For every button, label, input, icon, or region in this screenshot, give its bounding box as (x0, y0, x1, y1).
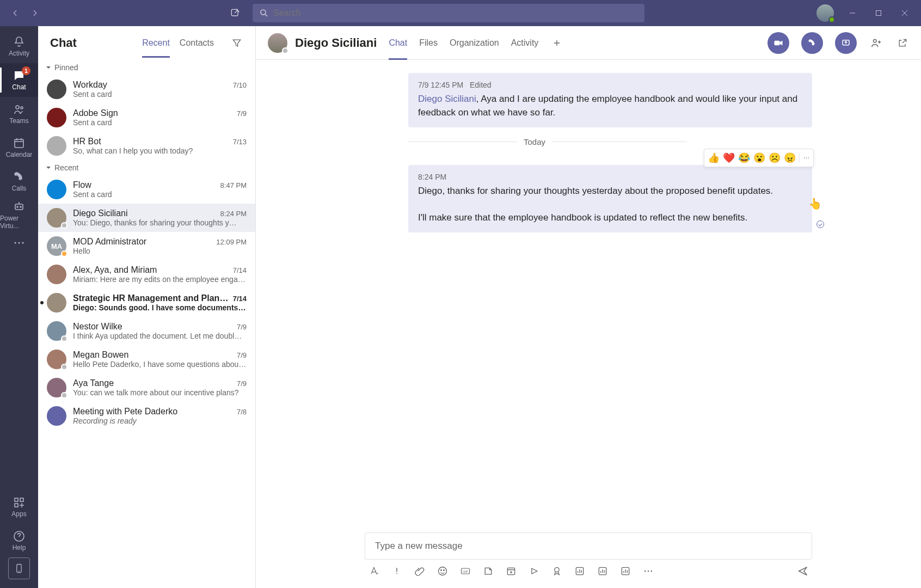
poll-button-2[interactable] (597, 565, 609, 577)
praise-button[interactable] (551, 565, 563, 577)
presence-icon (61, 222, 67, 229)
search-box[interactable] (253, 4, 644, 22)
priority-button[interactable] (391, 565, 403, 577)
reaction-sad[interactable]: ☹️ (769, 151, 781, 165)
rail-mobile-button[interactable] (8, 558, 30, 579)
chat-filter-button[interactable] (230, 36, 243, 50)
rail-chat[interactable]: 1 Chat (0, 63, 38, 97)
conversation-tab-organization[interactable]: Organization (450, 34, 499, 52)
format-button[interactable] (368, 565, 380, 577)
conversation-tab-activity[interactable]: Activity (511, 34, 539, 52)
chat-list-item[interactable]: Aya Tange7/9You: can we talk more about … (38, 373, 255, 402)
chat-list-item[interactable]: Adobe Sign7/9Sent a card (38, 103, 255, 132)
screen-share-button[interactable] (835, 32, 857, 54)
window-maximize-button[interactable] (871, 5, 886, 21)
apps-grid-icon (13, 496, 26, 509)
chat-section-pinned[interactable]: Pinned (38, 60, 255, 75)
reaction-angry[interactable]: 😠 (784, 151, 796, 165)
section-label: Pinned (54, 63, 78, 72)
schedule-meeting-button[interactable] (505, 565, 517, 577)
message-bubble[interactable]: 7/9 12:45 PM Edited Diego Siciliani, Aya… (408, 73, 812, 127)
reaction-surprised[interactable]: 😮 (753, 151, 765, 165)
message-bubble[interactable]: 👍 ❤️ 😂 😮 ☹️ 😠 8:24 PM Diego, thanks for … (408, 165, 812, 232)
rail-label: Calendar (6, 151, 33, 158)
add-tab-button[interactable] (550, 36, 563, 50)
chat-list-tab-contacts[interactable]: Contacts (180, 35, 214, 51)
window-minimize-button[interactable] (845, 5, 860, 21)
audio-call-button[interactable] (801, 32, 823, 54)
presence-icon (61, 392, 67, 399)
emoji-button[interactable] (437, 565, 449, 577)
chat-item-avatar (47, 406, 66, 426)
chat-list-item[interactable]: HR Bot7/13So, what can I help you with t… (38, 132, 255, 160)
svg-point-24 (441, 570, 442, 571)
mention-link[interactable]: Diego Siciliani (418, 94, 476, 104)
chat-item-avatar (47, 378, 66, 397)
message-composer[interactable]: Type a new message (365, 532, 812, 560)
rail-teams[interactable]: Teams (0, 97, 38, 131)
svg-rect-2 (876, 11, 881, 16)
svg-point-4 (21, 107, 23, 109)
chat-list-item[interactable]: MAMOD Administrator12:09 PMHello (38, 232, 255, 260)
chat-item-preview: You: can we talk more about our incentiv… (73, 388, 247, 397)
rail-calls[interactable]: Calls (0, 164, 38, 198)
composer-more-button[interactable] (642, 565, 654, 577)
search-input[interactable] (273, 8, 638, 18)
pop-out-button[interactable] (896, 36, 909, 50)
message-text: I'll make sure that the employee handboo… (418, 211, 802, 225)
chat-item-avatar: MA (47, 236, 66, 256)
svg-point-3 (16, 106, 19, 109)
chat-list-item[interactable]: Meeting with Pete Daderko7/8Recording is… (38, 402, 255, 430)
conversation-tab-files[interactable]: Files (419, 34, 438, 52)
message-meta: 8:24 PM (418, 171, 802, 182)
reaction-laugh[interactable]: 😂 (738, 151, 750, 165)
rail-help[interactable]: Help (0, 524, 38, 558)
chat-item-name: Meeting with Pete Daderko (73, 407, 232, 416)
rail-power-virtual-agents[interactable]: Power Virtu... (0, 198, 38, 232)
video-call-button[interactable] (768, 32, 789, 54)
chat-list-item[interactable]: Diego Siciliani8:24 PMYou: Diego, thanks… (38, 204, 255, 232)
chat-item-avatar (47, 136, 66, 156)
svg-rect-13 (20, 498, 23, 501)
svg-point-35 (651, 571, 653, 572)
chat-item-avatar (47, 79, 66, 99)
chat-item-name: Nestor Wilke (73, 322, 232, 332)
rail-activity[interactable]: Activity (0, 29, 38, 63)
conversation-tab-chat[interactable]: Chat (389, 34, 407, 52)
phone-icon (13, 170, 26, 183)
rail-label: Power Virtu... (0, 215, 38, 230)
chat-item-preview: Hello (73, 247, 247, 255)
reaction-more-button[interactable] (799, 154, 810, 162)
chat-section-recent[interactable]: Recent (38, 160, 255, 175)
chat-item-time: 8:24 PM (220, 210, 247, 218)
conversation-avatar[interactable] (268, 33, 287, 53)
reaction-like[interactable]: 👍 (708, 151, 720, 165)
chat-list-item[interactable]: Flow8:47 PMSent a card (38, 175, 255, 204)
attach-button[interactable] (414, 565, 426, 577)
chat-list-item[interactable]: Strategic HR Management and Plan…7/14Die… (38, 289, 255, 317)
stream-button[interactable] (528, 565, 540, 577)
chat-list-item[interactable]: Nestor Wilke7/9I think Aya updated the d… (38, 317, 255, 345)
nav-back-button[interactable] (9, 7, 22, 20)
chat-list-item[interactable]: Megan Bowen7/9Hello Pete Daderko, I have… (38, 345, 255, 373)
poll-button-3[interactable] (619, 565, 631, 577)
new-chat-button[interactable] (229, 7, 242, 20)
add-people-button[interactable] (870, 36, 883, 50)
calendar-plus-icon (506, 566, 517, 577)
chat-list-tab-recent[interactable]: Recent (142, 35, 170, 51)
rail-apps[interactable]: Apps (0, 490, 38, 524)
rail-calendar[interactable]: Calendar (0, 131, 38, 164)
chat-list-item[interactable]: Alex, Aya, and Miriam7/14Miriam: Here ar… (38, 260, 255, 289)
rail-more-button[interactable] (0, 232, 38, 254)
gif-button[interactable]: GIF (459, 565, 471, 577)
window-close-button[interactable] (897, 5, 912, 21)
day-separator: Today (408, 137, 687, 146)
nav-forward-button[interactable] (28, 7, 41, 20)
svg-point-1 (261, 10, 266, 15)
user-avatar[interactable] (816, 4, 834, 22)
chat-list-item[interactable]: Workday7/10Sent a card (38, 75, 255, 103)
sticker-button[interactable] (482, 565, 494, 577)
reaction-heart[interactable]: ❤️ (723, 151, 735, 165)
send-button[interactable] (797, 565, 809, 577)
poll-button-1[interactable] (574, 565, 586, 577)
